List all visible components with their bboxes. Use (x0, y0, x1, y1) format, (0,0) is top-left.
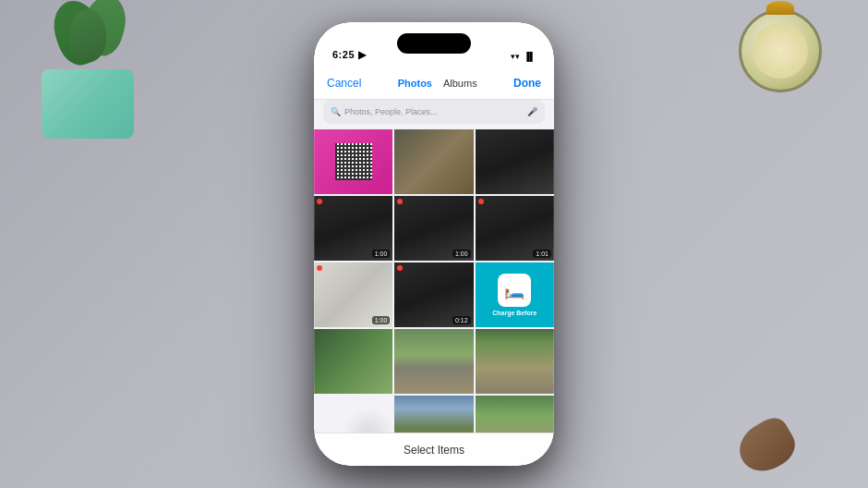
photo-road-street[interactable] (476, 329, 554, 394)
photo-car-dark1[interactable]: 1:00 (314, 196, 392, 261)
app-name-label: Charge Before (492, 310, 536, 316)
video-indicator (317, 265, 322, 271)
photo-car-dark3[interactable]: 1:01 (476, 196, 554, 261)
search-bar[interactable]: 🔍 Photos, People, Places... 🎤 (323, 100, 545, 124)
duration-1: 1:00 (372, 250, 391, 258)
grid-row-2: 1:00 1:00 1:01 (314, 196, 554, 261)
duration-5: 0:12 (452, 316, 471, 324)
duration-2: 1:00 (452, 250, 471, 258)
video-indicator (317, 199, 322, 204)
app-icon-image: 🛏️ (498, 274, 531, 307)
photo-car-grill[interactable]: 0:12 (394, 262, 473, 327)
photo-truck[interactable] (314, 329, 392, 394)
photo-dark-strip[interactable] (476, 129, 554, 194)
photo-app-icon[interactable]: 🛏️ Charge Before (476, 262, 554, 327)
clock-decoration (739, 9, 831, 111)
photo-military[interactable] (394, 129, 473, 194)
photo-car-dark2[interactable]: 1:00 (394, 196, 473, 261)
phone-screen: 6:25 ▶ ▾▾ ▐▌ Cancel Photos Albums Done 🔍… (314, 22, 554, 466)
wifi-icon: ▾▾ (511, 52, 520, 61)
photo-stone[interactable] (314, 396, 392, 433)
video-indicator (397, 265, 403, 271)
done-button[interactable]: Done (513, 77, 541, 90)
photo-town[interactable] (394, 396, 473, 433)
tab-photos[interactable]: Photos (398, 78, 432, 89)
photo-grid: 1:00 1:00 1:01 1:00 (314, 129, 554, 433)
duration-4: 1:00 (372, 316, 391, 324)
photo-road-green[interactable] (394, 329, 473, 394)
search-icon: 🔍 (331, 107, 341, 116)
mic-icon[interactable]: 🎤 (527, 107, 537, 116)
photo-car-white[interactable]: 1:00 (314, 262, 392, 327)
nav-bar: Cancel Photos Albums Done (314, 67, 554, 100)
grid-row-3: 1:00 0:12 🛏️ Charge Before (314, 262, 554, 327)
select-items-label: Select Items (404, 444, 464, 457)
cancel-button[interactable]: Cancel (327, 77, 361, 90)
grid-row-1 (314, 129, 554, 194)
phone-body: 6:25 ▶ ▾▾ ▐▌ Cancel Photos Albums Done 🔍… (314, 22, 554, 466)
tab-albums[interactable]: Albums (443, 78, 477, 89)
phone: 6:25 ▶ ▾▾ ▐▌ Cancel Photos Albums Done 🔍… (314, 22, 554, 466)
status-icons: ▾▾ ▐▌ (511, 52, 536, 61)
photo-road-dusk[interactable] (476, 396, 554, 433)
grid-row-4 (314, 329, 554, 394)
duration-3: 1:01 (533, 250, 551, 258)
video-indicator (397, 199, 403, 204)
dynamic-island (397, 33, 471, 54)
select-items-bar[interactable]: Select Items (314, 433, 554, 466)
nav-tabs: Photos Albums (398, 78, 477, 89)
battery-icon: ▐▌ (524, 52, 536, 61)
status-time: 6:25 ▶ (332, 49, 366, 61)
search-input[interactable]: Photos, People, Places... (344, 107, 524, 116)
grid-row-5 (314, 396, 554, 433)
plant-decoration (28, 0, 148, 139)
video-indicator (478, 199, 484, 204)
photo-qr[interactable] (314, 129, 392, 194)
